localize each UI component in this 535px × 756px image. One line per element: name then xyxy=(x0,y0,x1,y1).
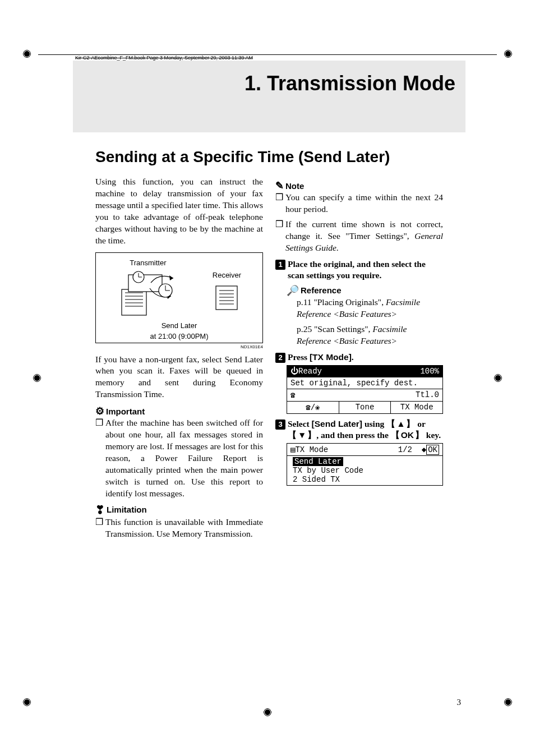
phone-icon: ☎ xyxy=(290,390,295,400)
reference-icon: 🔎 xyxy=(287,285,299,296)
bullet-text: If the current time shown is not correct… xyxy=(285,219,443,254)
svg-rect-15 xyxy=(216,286,237,310)
bullet-text: After the machine has been switched off … xyxy=(105,417,263,499)
step-2: 2 Press [TX Mode]. xyxy=(275,352,443,363)
section-title: Sending at a Specific Time (Send Later) xyxy=(95,148,443,166)
lcd-menu-item: 2 Sided TX xyxy=(293,475,437,484)
lcd-ttl: Ttl.0 xyxy=(416,390,439,400)
bullet-text: This function is unavailable with Immedi… xyxy=(105,517,263,540)
limitation-label: Limitation xyxy=(107,505,147,514)
lcd-softkey: TX Mode xyxy=(390,402,442,413)
title-band: 1. Transmission Mode xyxy=(73,61,465,132)
diagram-caption: Send Later xyxy=(100,321,258,330)
lcd-screen-2: ▤TX Mode 1/2 ◆OK Send Later TX by User C… xyxy=(287,443,443,486)
svg-rect-0 xyxy=(122,289,146,315)
crop-mark xyxy=(501,47,515,61)
note-label: Note xyxy=(285,181,304,191)
body-text: If you have a non-urgent fax, select Sen… xyxy=(95,354,263,401)
limitation-icon: ❣ xyxy=(95,504,105,515)
chapter-title: 1. Transmission Mode xyxy=(245,72,455,95)
crop-mark xyxy=(20,695,34,709)
reference-heading: 🔎 Reference xyxy=(287,285,443,296)
crop-mark xyxy=(30,371,44,385)
step-number-icon: 2 xyxy=(275,353,285,363)
step-text: Press [TX Mode]. xyxy=(288,352,354,363)
lcd-title: ▤TX Mode xyxy=(290,445,328,454)
list-item: ❒ You can specify a time within the next… xyxy=(275,192,443,215)
lcd-screen-1: ⏻Ready 100% Set original, specify dest. … xyxy=(287,365,443,414)
figure-ref: ND1X01E4 xyxy=(95,344,263,349)
step-1: 1 Place the original, and then select th… xyxy=(275,259,443,281)
lcd-page: 1/2 ◆OK xyxy=(398,445,439,454)
crop-mark xyxy=(20,47,34,61)
step-number-icon: 3 xyxy=(275,420,285,430)
step-number-icon: 1 xyxy=(275,260,285,270)
important-heading: ⚙ Important xyxy=(95,406,263,416)
important-icon: ⚙ xyxy=(95,406,104,416)
lcd-menu-item: TX by User Code xyxy=(293,466,437,475)
crop-mark xyxy=(261,706,274,719)
header-path: Kir-C2-AEcombine_F_FM.book Page 3 Monday… xyxy=(75,55,253,61)
reference-text: p.25 "Scan Settings", Facsimile Referenc… xyxy=(297,324,443,347)
crop-mark xyxy=(491,371,505,385)
step-3: 3 Select [Send Later] using 【▲】 or 【▼】, … xyxy=(275,418,443,441)
note-heading: ✎ Note xyxy=(275,181,443,191)
receiver-icon xyxy=(213,279,241,313)
diagram: Transmitter xyxy=(95,252,263,343)
step-text: Select [Send Later] using 【▲】 or 【▼】, an… xyxy=(288,418,443,441)
transmitter-icon xyxy=(117,267,179,317)
bullet-icon: ❒ xyxy=(95,417,105,499)
crop-mark xyxy=(501,695,515,709)
lcd-ready: ⏻Ready xyxy=(290,367,322,376)
reference-label: Reference xyxy=(301,285,342,295)
bullet-icon: ❒ xyxy=(95,517,105,540)
note-icon: ✎ xyxy=(275,181,284,191)
lcd-percent: 100% xyxy=(420,367,439,376)
lcd-menu-item: Send Later xyxy=(293,457,437,466)
page-number: 3 xyxy=(457,698,462,707)
bullet-text: You can specify a time within the next 2… xyxy=(285,192,443,215)
important-label: Important xyxy=(106,407,145,416)
list-item: ❒ After the machine has been switched of… xyxy=(95,417,263,499)
bullet-icon: ❒ xyxy=(275,219,285,254)
lcd-line: Set original, specify dest. xyxy=(287,377,442,389)
lcd-softkey: ☎/❀ xyxy=(287,402,339,413)
right-column: ✎ Note ❒ You can specify a time within t… xyxy=(275,176,443,543)
diagram-label: Transmitter xyxy=(117,259,179,267)
svg-marker-10 xyxy=(169,275,173,280)
lcd-softkey: Tone xyxy=(339,402,391,413)
diagram-label: Receiver xyxy=(213,271,241,279)
left-column: Using this function, you can instruct th… xyxy=(95,176,263,543)
list-item: ❒ If the current time shown is not corre… xyxy=(275,219,443,254)
limitation-heading: ❣ Limitation xyxy=(95,504,263,515)
reference-text: p.11 "Placing Originals", Facsimile Refe… xyxy=(297,297,443,320)
body-text: Using this function, you can instruct th… xyxy=(95,176,263,247)
bullet-icon: ❒ xyxy=(275,192,285,215)
diagram-caption: at 21:00 (9:00PM) xyxy=(100,332,258,340)
list-item: ❒ This function is unavailable with Imme… xyxy=(95,517,263,540)
step-text: Place the original, and then select the … xyxy=(288,259,443,281)
